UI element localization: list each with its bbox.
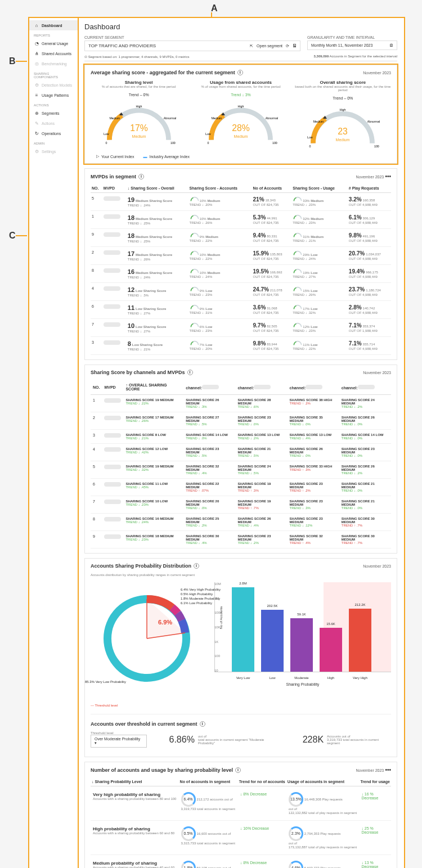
table-header[interactable]: ↑ OVERALL SHARING SCORE xyxy=(123,380,183,395)
table-header[interactable]: channel: xyxy=(235,380,287,395)
svg-text:Medium: Medium xyxy=(132,134,146,138)
cell-channel-score: SHARING SCORE 21 MEDIUMTREND ↓ .0% xyxy=(339,496,391,514)
table-header[interactable]: No of accounts in segment xyxy=(179,777,238,786)
cell-channel-score: SHARING SCORE 13 LOWTREND ↓ .4% xyxy=(288,430,339,444)
sidebar-icon: ✎ xyxy=(34,120,39,126)
svg-text:100: 100 xyxy=(170,141,176,145)
table-header[interactable]: NO. xyxy=(91,380,102,395)
sidebar-item-general-usage[interactable]: ◔General Usage xyxy=(29,38,78,48)
cell-channel-score: SHARING SCORE 26 MEDIUMTREND ↓ .0% xyxy=(339,412,391,430)
table-row: 1 SHARING SCORE 19 MEDIUMTREND ↓ .22%SHA… xyxy=(91,395,391,412)
table-header[interactable]: MVPD xyxy=(102,184,127,193)
cell-no: 7 xyxy=(91,496,102,514)
svg-text:Abnormal: Abnormal xyxy=(163,116,176,120)
cell-accounts: 24.7% 211,078OUT OF 824,735 xyxy=(252,283,292,301)
table-header[interactable]: ↓ Sharing Probability Level xyxy=(91,777,179,786)
calendar-icon[interactable]: 🗓 xyxy=(389,43,393,47)
cell-accounts: 5.3% 44,991OUT OF 824,735 xyxy=(252,211,292,229)
table-header[interactable]: channel: xyxy=(288,380,339,395)
info-icon[interactable]: i xyxy=(138,174,144,179)
table-row: 4 12 Low Sharing ScoreTREND ↓ .5% 9% Low… xyxy=(91,283,391,301)
gauge-block: Sharing level % of accounts that are sha… xyxy=(91,80,187,150)
ring-icon: 2.3% xyxy=(289,826,303,841)
table-row: 7 10 Low Sharing ScoreTREND ↓ .27% 6% Lo… xyxy=(91,319,391,337)
open-segment-label[interactable]: Open segment xyxy=(257,44,282,48)
threshold-accounts: 228K xyxy=(303,735,324,745)
svg-text:High: High xyxy=(238,105,244,108)
gauge-trend: Trend ↓ 3% xyxy=(192,93,289,97)
main-content: Dashboard CURRENT SEGMENT TOP TRAFFIC AN… xyxy=(78,18,404,868)
cell-no: 2 xyxy=(91,412,102,430)
cell-overall: 10 Low Sharing ScoreTREND ↓ .27% xyxy=(127,319,188,337)
sidebar-icon: ⋔ xyxy=(34,51,39,56)
more-icon[interactable]: ••• xyxy=(385,173,391,179)
legend-row: ▷Your Current Index▬Industry Average Ind… xyxy=(91,154,391,159)
cell-channel-score: SHARING SCORE 20 MEDIUMTREND ↓ .0% xyxy=(183,496,235,514)
sidebar-item-usage-patterns[interactable]: ≡Usage Patterns xyxy=(29,90,78,100)
gauge-title: Usage from shared accounts xyxy=(192,80,289,85)
sidebar-item-operations[interactable]: ↻Operations xyxy=(29,128,78,138)
segment-value: TOP TRAFFIC AND PROVIDERS xyxy=(88,43,156,48)
panel-title: Accounts Sharing Probability Distributio… xyxy=(91,563,199,569)
cell-play: 7.1% 353,374OUT OF 1,988,449 xyxy=(348,319,391,337)
table-header[interactable]: Sharing Score - Accounts xyxy=(188,184,252,193)
sidebar-item-label: Segments xyxy=(42,111,60,115)
segment-actions: ⇱ Open segment ⟳ 🖫 xyxy=(250,44,297,48)
cell-channel-score: SHARING SCORE 33 HIGHTREND ↑ .3% xyxy=(288,461,339,479)
info-icon[interactable]: i xyxy=(200,721,205,727)
sidebar-item-shared-accounts[interactable]: ⋔Shared Accounts xyxy=(29,48,78,59)
granularity-input[interactable]: Monthly Month 11, November 2023 🗓 xyxy=(307,41,397,50)
table-header[interactable]: channel: xyxy=(183,380,235,395)
info-icon[interactable]: i xyxy=(194,563,199,569)
bar-value: 15.6K xyxy=(320,622,342,626)
cell-channel-score: SHARING SCORE 38 HIGHTREND ↑ .2% xyxy=(288,395,339,412)
table-row: 1 18 Medium Sharing ScoreTREND ↓ .25% 10… xyxy=(91,211,391,229)
mvpds-table: NO.MVPD↓ Sharing Score - OverallSharing … xyxy=(91,184,391,355)
cell-no: 3 xyxy=(91,430,102,444)
info-icon[interactable]: i xyxy=(237,70,243,75)
cell-usage-score: 19% LowTREND ↓ .27% xyxy=(291,265,348,283)
table-header[interactable]: No of Accounts xyxy=(252,184,292,193)
segment-meta: Segment based on: 1 programmer, 4 channe… xyxy=(88,55,190,59)
svg-text:Abnormal: Abnormal xyxy=(266,116,278,120)
sidebar-item-dashboard[interactable]: ⌂Dashboard xyxy=(29,20,78,30)
granularity-label: GRANULARITY AND TIME INTERVAL xyxy=(307,35,397,39)
donut-chart: 6.9% 6.4% Very High Probability0.5% High… xyxy=(91,582,203,695)
svg-text:17%: 17% xyxy=(130,123,148,133)
cell-channel-score: SHARING SCORE 22 MEDIUMTREND ↑ .07% xyxy=(183,479,235,496)
cell-level: Medium probability of sharingAccounts wi… xyxy=(91,855,179,869)
table-header[interactable]: # Play Requests xyxy=(348,184,391,193)
info-icon[interactable]: i xyxy=(235,767,241,773)
segment-input[interactable]: TOP TRAFFIC AND PROVIDERS ⇱ Open segment… xyxy=(84,41,300,51)
gauge-subtitle: % of accounts that are shared, for the t… xyxy=(91,85,187,88)
sidebar-item-segments[interactable]: ⊕Segments xyxy=(29,108,78,118)
panel-date: November 2023 xyxy=(363,71,391,75)
table-header[interactable]: Sharing Score - Usage xyxy=(291,184,348,193)
table-header[interactable]: MVPD xyxy=(102,380,123,395)
table-header[interactable]: Trend for no of accounts xyxy=(238,777,286,786)
cell-accounts-score: 9% MediumTREND ↓ .22% xyxy=(188,229,252,247)
svg-text:0: 0 xyxy=(309,145,311,148)
save-icon[interactable]: 🖫 xyxy=(293,44,297,48)
info-icon[interactable]: i xyxy=(187,370,193,375)
table-header[interactable]: channel: xyxy=(339,380,391,395)
segment-box: CURRENT SEGMENT TOP TRAFFIC AND PROVIDER… xyxy=(84,35,300,51)
refresh-icon[interactable]: ⟳ xyxy=(286,44,289,48)
cell-usage-score: 12% LowTREND ↓ .23% xyxy=(291,319,348,337)
open-segment-icon[interactable]: ⇱ xyxy=(250,44,253,48)
panel-title: Number of accounts and usage by sharing … xyxy=(91,767,241,773)
gauge-title: Overall sharing score xyxy=(295,80,391,85)
table-row: 6 11 Low Sharing ScoreTREND ↓ .27% 9% Lo… xyxy=(91,301,391,319)
bar: 15.6KHigh xyxy=(320,628,342,672)
table-header[interactable]: ↓ Sharing Score - Overall xyxy=(127,184,188,193)
more-icon[interactable]: ••• xyxy=(385,767,391,773)
panel-probability: Accounts Sharing Probability Distributio… xyxy=(84,558,397,757)
bar-label: Very Low xyxy=(232,676,254,680)
cell-no: 1 xyxy=(91,395,102,412)
cell-channel-score: SHARING SCORE 30 MEDIUMTREND ↓ .4% xyxy=(183,531,235,548)
table-header[interactable]: Trend for usage xyxy=(359,777,391,786)
table-header[interactable]: NO. xyxy=(91,184,102,193)
table-header[interactable]: Usage of accounts in segment xyxy=(286,777,360,786)
cell-no: 4 xyxy=(91,444,102,461)
threshold-select[interactable]: Over Moderate Probability ▾ xyxy=(91,735,147,748)
